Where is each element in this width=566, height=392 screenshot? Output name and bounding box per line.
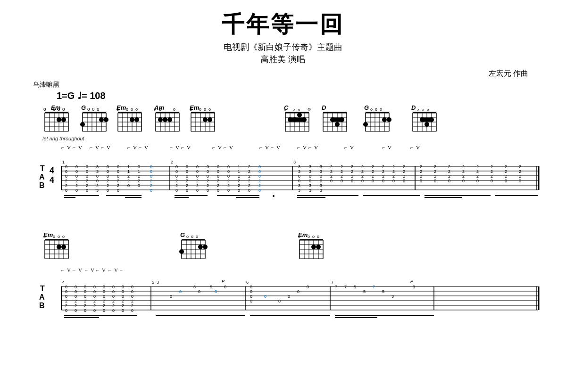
svg-text:0: 0: [297, 289, 300, 294]
svg-text:0: 0: [103, 289, 105, 294]
svg-text:2: 2: [248, 183, 250, 188]
svg-text:V: V: [314, 145, 318, 150]
svg-text:0: 0: [320, 174, 322, 179]
svg-text:2: 2: [476, 169, 479, 174]
svg-text:5: 5: [152, 280, 154, 285]
svg-text:⌐: ⌐: [212, 145, 215, 150]
svg-point-89: [208, 117, 212, 122]
svg-text:0: 0: [107, 169, 109, 174]
title-section: 千年等一回 电视剧《新白娘子传奇》主题曲 高胜美 演唱: [28, 9, 538, 65]
svg-text:2: 2: [175, 179, 178, 183]
svg-text:0: 0: [198, 289, 200, 294]
svg-text:0: 0: [505, 179, 507, 183]
svg-text:2: 2: [248, 164, 250, 169]
svg-text:0: 0: [330, 179, 333, 183]
svg-text:2: 2: [341, 174, 343, 179]
svg-text:2: 2: [238, 179, 240, 183]
svg-text:o: o: [92, 106, 95, 112]
svg-text:2: 2: [476, 164, 479, 169]
svg-text:2: 2: [138, 179, 140, 183]
svg-text:0: 0: [65, 294, 67, 299]
svg-text:2: 2: [103, 299, 105, 303]
svg-text:2: 2: [238, 183, 240, 188]
svg-text:0: 0: [112, 294, 115, 299]
svg-text:0: 0: [112, 289, 115, 294]
svg-text:⌐: ⌐: [308, 145, 311, 150]
svg-text:2: 2: [227, 183, 230, 188]
svg-text:0: 0: [207, 164, 209, 169]
svg-text:2: 2: [75, 179, 78, 183]
svg-text:0: 0: [75, 188, 78, 193]
svg-text:0: 0: [382, 179, 384, 183]
score-area: o o o o Em: [28, 105, 538, 359]
svg-text:⌐: ⌐: [410, 145, 413, 150]
svg-text:o: o: [43, 234, 46, 239]
svg-text:2: 2: [150, 179, 152, 183]
svg-text:⌐: ⌐: [90, 145, 92, 150]
svg-text:2: 2: [96, 183, 99, 188]
svg-text:0: 0: [217, 169, 219, 174]
svg-text:1: 1: [127, 169, 130, 174]
svg-point-457: [203, 245, 208, 249]
svg-text:2: 2: [420, 164, 422, 169]
svg-text:0: 0: [248, 188, 250, 193]
svg-text:2: 2: [420, 169, 422, 174]
svg-text:V: V: [67, 267, 71, 273]
svg-text:2: 2: [150, 183, 152, 188]
svg-text:1: 1: [127, 164, 130, 169]
svg-text:2: 2: [112, 299, 115, 303]
svg-text:0: 0: [462, 179, 465, 183]
svg-text:0: 0: [186, 164, 188, 169]
svg-text:2: 2: [330, 164, 333, 169]
svg-text:0: 0: [298, 174, 300, 179]
svg-text:2: 2: [434, 174, 436, 179]
svg-text:0: 0: [258, 188, 261, 193]
svg-text:2: 2: [258, 183, 261, 188]
svg-text:0: 0: [196, 174, 199, 179]
svg-text:2: 2: [392, 164, 395, 169]
svg-text:o: o: [298, 107, 300, 112]
svg-point-88: [203, 117, 208, 122]
svg-text:0: 0: [264, 294, 266, 299]
svg-text:o: o: [370, 107, 373, 112]
svg-text:2: 2: [138, 174, 140, 179]
svg-text:2: 2: [127, 179, 130, 183]
svg-text:0: 0: [207, 188, 209, 193]
svg-text:2: 2: [248, 179, 250, 183]
svg-text:o: o: [43, 106, 46, 112]
tempo-line: 1=G ♩= 108: [57, 90, 538, 101]
svg-text:P: P: [222, 279, 225, 284]
svg-text:D: D: [322, 105, 326, 111]
svg-text:⌐: ⌐: [297, 145, 300, 150]
svg-text:2: 2: [462, 174, 465, 179]
svg-text:7: 7: [373, 285, 375, 289]
svg-text:0: 0: [96, 174, 99, 179]
svg-point-33: [80, 122, 85, 127]
svg-text:⌐: ⌐: [73, 145, 75, 150]
svg-text:1: 1: [238, 164, 240, 169]
svg-text:0: 0: [307, 285, 309, 289]
svg-text:2: 2: [462, 164, 465, 169]
svg-text:⌐: ⌐: [61, 267, 64, 273]
svg-point-144: [387, 117, 391, 122]
svg-text:2: 2: [127, 174, 130, 179]
svg-text:0: 0: [250, 285, 252, 289]
svg-text:o: o: [190, 107, 192, 112]
svg-text:V: V: [133, 145, 137, 150]
svg-text:3: 3: [320, 164, 322, 169]
svg-text:0: 0: [65, 308, 67, 313]
svg-point-161: [424, 122, 429, 127]
svg-text:0: 0: [175, 188, 178, 193]
svg-text:2: 2: [403, 174, 405, 179]
svg-text:0: 0: [65, 164, 67, 169]
svg-text:2: 2: [519, 174, 521, 179]
svg-text:3: 3: [320, 188, 322, 193]
svg-text:0: 0: [217, 174, 219, 179]
svg-text:0: 0: [150, 188, 152, 193]
svg-text:0: 0: [93, 294, 96, 299]
svg-text:0: 0: [175, 169, 178, 174]
svg-text:0: 0: [448, 179, 450, 183]
svg-text:2: 2: [248, 174, 250, 179]
svg-point-455: [179, 249, 184, 254]
svg-text:2: 2: [207, 179, 209, 183]
